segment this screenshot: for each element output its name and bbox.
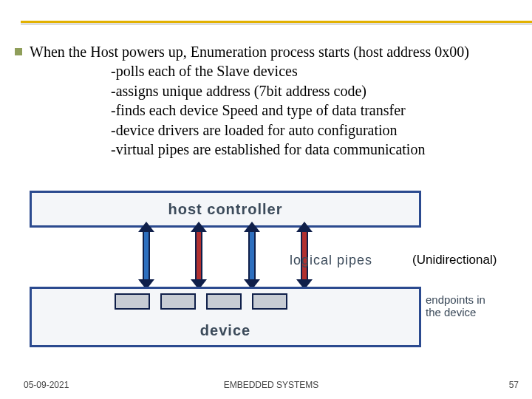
footer-date: 05-09-2021 (24, 380, 69, 390)
endpoints-text-l2: the device (426, 307, 485, 319)
unidirectional-label: (Unidirectional) (412, 253, 497, 267)
endpoint-icon (206, 293, 242, 310)
endpoints-row (115, 293, 287, 310)
endpoint-icon (252, 293, 287, 310)
usb-diagram: host controller (30, 191, 421, 284)
lead-text: When the Host powers up, Enumeration pro… (30, 43, 469, 61)
endpoints-text: endpoints in the device (426, 294, 485, 318)
sub-line-1: -polls each of the Slave devices (111, 62, 526, 80)
host-controller-box: host controller (30, 191, 421, 228)
slide-content: When the Host powers up, Enumeration pro… (15, 43, 526, 158)
pipe-arrows (137, 228, 314, 284)
footer-page: 57 (509, 380, 519, 390)
sub-line-2: -assigns unique address (7bit address co… (111, 82, 526, 100)
endpoint-icon (115, 293, 150, 310)
bullet-icon (15, 48, 22, 55)
logical-pipes-label: logical pipes (290, 253, 372, 268)
pipe-arrow-icon (189, 228, 208, 284)
sub-line-4: -device drivers are loaded for auto conf… (111, 121, 526, 139)
lead-bullet-row: When the Host powers up, Enumeration pro… (15, 43, 526, 61)
device-box: device (30, 287, 421, 347)
host-controller-label: host controller (168, 201, 282, 218)
slide-footer: 05-09-2021 EMBEDDED SYSTEMS 57 (24, 380, 519, 390)
title-accent-bar (21, 21, 532, 23)
endpoints-text-l1: endpoints in (426, 294, 485, 307)
sub-line-5: -virtual pipes are established for data … (111, 140, 526, 158)
endpoint-icon (160, 293, 196, 310)
footer-title: EMBEDDED SYSTEMS (224, 380, 319, 390)
sub-line-3: -finds each device Speed and type of dat… (111, 101, 526, 119)
pipe-arrow-icon (137, 228, 156, 284)
pipe-arrow-icon (242, 228, 262, 284)
device-label: device (32, 322, 419, 339)
